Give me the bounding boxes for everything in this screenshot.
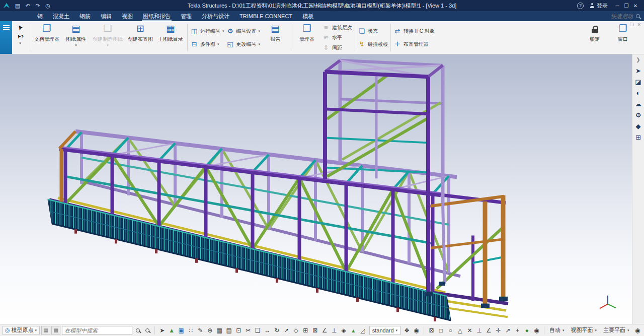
sidebar-icon[interactable]: ❯ bbox=[636, 56, 640, 63]
statusbar-icon[interactable]: ⊡ bbox=[234, 326, 244, 335]
snap-toggle-icon[interactable]: ∠ bbox=[484, 326, 494, 335]
statusbar-icon[interactable]: ∷ bbox=[186, 326, 196, 335]
snap-toggle-icon[interactable]: ✛ bbox=[494, 326, 503, 335]
snap-toggle-icon[interactable]: + bbox=[513, 326, 522, 335]
statusbar-toggle-button[interactable]: ▦ bbox=[41, 326, 50, 335]
statusbar-icon[interactable]: ▦ bbox=[215, 326, 224, 335]
snap-toggle-icon[interactable]: ⊠ bbox=[427, 326, 436, 335]
menu-tab[interactable]: 钢 bbox=[32, 11, 48, 21]
statusbar-icon[interactable]: ⊞ bbox=[301, 326, 310, 335]
statusbar-icon[interactable]: ▤ bbox=[224, 326, 234, 335]
search-model-button[interactable] bbox=[134, 326, 142, 335]
selection-filter-dropdown[interactable]: standard ▾ bbox=[369, 326, 400, 335]
document-manager-button[interactable]: ❐ 文档管理器 bbox=[32, 21, 62, 54]
menu-tab[interactable]: 图纸和报告 bbox=[138, 11, 176, 21]
statusbar-icon[interactable]: ◇ bbox=[291, 326, 301, 335]
menu-tab[interactable]: 模板 bbox=[297, 11, 318, 21]
status-button[interactable]: ❏ 状态 bbox=[358, 27, 388, 36]
search-scope-button[interactable] bbox=[143, 326, 152, 335]
deck-railing[interactable] bbox=[48, 199, 451, 321]
snap-toggle-icon[interactable]: ◉ bbox=[532, 326, 541, 335]
menu-tab[interactable]: 编辑 bbox=[96, 11, 117, 21]
help-icon[interactable]: ? bbox=[577, 3, 584, 9]
select-arrow-icon[interactable]: ➤ bbox=[15, 23, 25, 33]
chevron-down-icon[interactable]: ▾ bbox=[217, 42, 219, 46]
drawing-properties-button[interactable]: ▤ 图纸属性 ▾ bbox=[62, 21, 90, 54]
quick-access-icon[interactable]: ▤ bbox=[13, 3, 22, 9]
statusbar-icon[interactable]: ▲ bbox=[167, 326, 177, 335]
login-button[interactable]: 登录 bbox=[590, 2, 608, 10]
quick-launch-input[interactable] bbox=[578, 13, 633, 19]
layout-manager-button[interactable]: ✛ 布置管理器 bbox=[393, 40, 435, 49]
statusbar-icon[interactable]: ↗ bbox=[282, 326, 291, 335]
master-drawing-catalog-button[interactable]: ▦ 主图纸目录 bbox=[155, 21, 186, 54]
view-plane-dropdown[interactable]: 视图平面 ▾ bbox=[568, 326, 599, 335]
tool-caret-icon[interactable]: ▾ bbox=[19, 41, 21, 45]
statusbar-icon[interactable]: ↻ bbox=[272, 326, 282, 335]
chevron-down-icon[interactable]: ▾ bbox=[259, 29, 261, 33]
reports-button[interactable]: ▤ 报告 bbox=[261, 21, 289, 54]
chevron-down-icon[interactable]: ▾ bbox=[259, 42, 261, 46]
visibility-eye-icon[interactable]: ◉ bbox=[633, 326, 642, 335]
work-plane-dropdown[interactable]: 主要平面 ▾ bbox=[601, 326, 632, 335]
chevron-down-icon[interactable]: ▾ bbox=[222, 29, 224, 33]
model-search-input[interactable] bbox=[64, 327, 129, 333]
statusbar-icon[interactable]: ❏ bbox=[253, 326, 263, 335]
building-hierarchy-button[interactable]: ≡ 建筑层次 bbox=[322, 23, 352, 32]
sidebar-icon[interactable]: ◆ bbox=[636, 123, 641, 130]
snap-mode-dropdown[interactable]: 自动 ▾ bbox=[547, 326, 567, 335]
convert-ifc-button[interactable]: ⇄ 转换 IFC 对象 bbox=[393, 27, 435, 36]
window-control-button[interactable]: ─ bbox=[614, 3, 621, 9]
window-control-button[interactable]: ❐ bbox=[623, 3, 630, 9]
statusbar-icon[interactable]: ✂ bbox=[244, 326, 253, 335]
spacing-button[interactable]: ⇕ 间距 bbox=[322, 43, 352, 52]
statusbar-icon[interactable]: ❖ bbox=[402, 326, 412, 335]
create-layout-drawing-button[interactable]: ⊞ 创建布置图 bbox=[125, 21, 155, 54]
numbering-settings-button[interactable]: ⚙ 编号设置 ▾ bbox=[226, 27, 261, 36]
menu-tab[interactable]: 管理 bbox=[176, 11, 197, 21]
view-window-control[interactable]: ✕ bbox=[637, 22, 641, 27]
statusbar-icon[interactable]: ✎ bbox=[196, 326, 205, 335]
change-numbering-button[interactable]: ◱ 更改编号 ▾ bbox=[226, 40, 261, 49]
snap-toggle-icon[interactable]: ○ bbox=[446, 326, 455, 335]
menu-tab[interactable]: TRIMBLE CONNECT bbox=[234, 11, 297, 21]
quick-access-icon[interactable]: ↶ bbox=[23, 3, 32, 9]
select-help-icon[interactable]: ➤? bbox=[17, 34, 24, 39]
window-control-button[interactable]: ✕ bbox=[632, 3, 639, 9]
sidebar-icon[interactable]: ⊞ bbox=[635, 134, 641, 141]
statusbar-icon[interactable]: ▴ bbox=[349, 326, 358, 335]
quick-access-icon[interactable]: ◷ bbox=[43, 3, 52, 9]
view-window-control[interactable]: ─ bbox=[623, 22, 626, 27]
main-menu-button[interactable] bbox=[0, 21, 12, 54]
snap-toggle-icon[interactable]: ✕ bbox=[465, 326, 474, 335]
search-icon[interactable] bbox=[636, 14, 640, 18]
sidebar-icon[interactable]: ⚙ bbox=[635, 112, 641, 119]
statusbar-icon[interactable]: ◉ bbox=[412, 326, 421, 335]
create-fabrication-drawing-button[interactable]: ❏ 创建制造图纸 ▾ bbox=[90, 21, 125, 54]
snap-toggle-icon[interactable]: ↗ bbox=[503, 326, 513, 335]
organizer-button[interactable]: ❒ 管理器 bbox=[293, 21, 321, 54]
sidebar-icon[interactable]: ◪ bbox=[635, 79, 641, 86]
statusbar-icon[interactable]: ➤ bbox=[157, 326, 167, 335]
statusbar-icon[interactable]: ▣ bbox=[177, 326, 186, 335]
model-search-box[interactable] bbox=[62, 326, 132, 335]
statusbar-icon[interactable]: ◈ bbox=[339, 326, 349, 335]
menu-tab[interactable]: 钢筋 bbox=[74, 11, 96, 21]
statusbar-icon[interactable]: ⊠ bbox=[310, 326, 320, 335]
menu-tab[interactable]: 视图 bbox=[117, 11, 138, 21]
run-numbering-button[interactable]: ◫ 运行编号 ▾ bbox=[190, 27, 224, 36]
statusbar-toggle-button[interactable]: ▩ bbox=[51, 326, 60, 335]
assembly-drawing-button[interactable]: ⊟ 多件图 ▾ bbox=[190, 40, 224, 49]
level-button[interactable]: ≋ 水平 bbox=[322, 33, 352, 42]
snap-toggle-icon[interactable]: △ bbox=[455, 326, 465, 335]
menu-tab[interactable]: 分析与设计 bbox=[197, 11, 234, 21]
statusbar-icon[interactable]: ∠ bbox=[320, 326, 330, 335]
menu-tab[interactable]: 混凝土 bbox=[48, 11, 74, 21]
view-window-control[interactable]: ❐ bbox=[629, 22, 633, 27]
quick-access-icon[interactable]: ↷ bbox=[33, 3, 42, 9]
snap-toggle-icon[interactable]: ⊥ bbox=[474, 326, 484, 335]
sidebar-icon[interactable]: ☁ bbox=[635, 101, 641, 108]
statusbar-icon[interactable]: ◿ bbox=[358, 326, 368, 335]
sidebar-icon[interactable]: ➤ bbox=[635, 68, 641, 75]
lock-button[interactable]: 锁定 bbox=[581, 21, 609, 54]
